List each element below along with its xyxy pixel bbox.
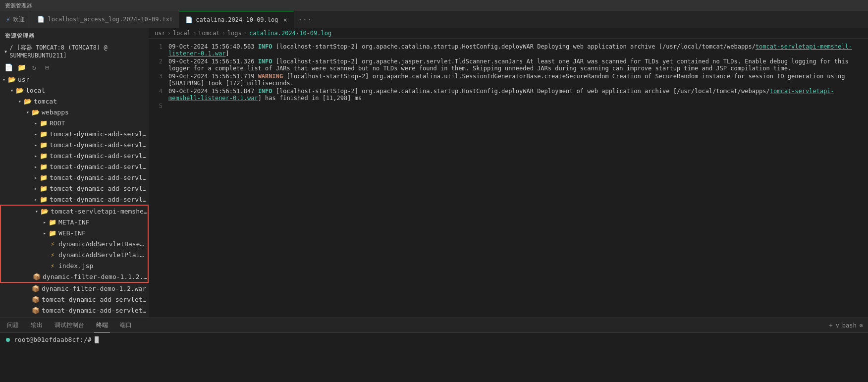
- tree-label-d5: tomcat-dynamic-add-servlet-1.0.3: [50, 174, 149, 181]
- breadcrumb-item-file[interactable]: catalina.2024-10-09.log: [249, 30, 331, 37]
- tree-label-ROOT: ROOT: [50, 119, 65, 127]
- log-text: WARNING: [258, 73, 283, 80]
- log-line-1: 109-Oct-2024 15:56:40.563 INFO [localhos…: [149, 43, 868, 57]
- line-number: 1: [149, 43, 168, 57]
- panel-tab-ports[interactable]: 端口: [118, 318, 134, 332]
- panel-tab-output[interactable]: 输出: [29, 318, 45, 332]
- tree-icon-jsp: ⚡: [49, 240, 56, 248]
- tree-chevron: ▾: [16, 97, 24, 105]
- tab-overflow[interactable]: ···: [294, 11, 316, 28]
- tab-bar: ⚡ 欢迎 📄 localhost_access_log.2024-10-09.t…: [0, 11, 868, 28]
- tree-item-webinf[interactable]: ▸📁WEB-INF: [1, 227, 148, 238]
- tree-item-webapps[interactable]: ▾📂webapps: [0, 107, 149, 117]
- add-terminal-btn[interactable]: +: [829, 322, 832, 329]
- tree-icon-war: 📦: [33, 273, 41, 280]
- line-number: 4: [149, 88, 168, 102]
- log-line-3: 309-Oct-2024 15:56:51.719 WARNING [local…: [149, 72, 868, 87]
- log-text: INFO: [258, 88, 272, 95]
- tree-label-usr: usr: [18, 76, 29, 83]
- tree-item-usr[interactable]: ▾📂usr: [0, 74, 149, 85]
- tree-label-webapps: webapps: [42, 109, 69, 116]
- tree-chevron: ▾: [33, 207, 41, 215]
- tree-item-local[interactable]: ▾📂local: [0, 85, 149, 96]
- breadcrumb-sep: ›: [222, 30, 225, 37]
- breadcrumb-sep: ›: [244, 30, 247, 37]
- title-bar: 资源管理器: [0, 0, 868, 11]
- log-text: [localhost-startStop-2] org.apache.catal…: [272, 88, 770, 95]
- tree-item-war_d1[interactable]: 📦tomcat-dynamic-add-servlet-0.1.war: [0, 294, 149, 305]
- log-text: 09-Oct-2024 15:56:51.847: [168, 88, 258, 95]
- breadcrumb-item-tomcat[interactable]: tomcat: [198, 30, 219, 37]
- log-text: 09-Oct-2024 15:56:51.326: [168, 58, 258, 65]
- new-folder-btn[interactable]: 📁: [16, 62, 27, 73]
- tree-item-ROOT[interactable]: ▸📁ROOT: [0, 117, 149, 128]
- breadcrumb-item-usr[interactable]: usr: [155, 30, 165, 37]
- terminal-content[interactable]: root@b01efdaab8cf:/#: [0, 333, 868, 382]
- tree-item-tomcat[interactable]: ▾📂tomcat: [0, 96, 149, 107]
- tree-chevron: [41, 251, 49, 259]
- tree-item-war_d2[interactable]: 📦tomcat-dynamic-add-servlet-1.0.1.war: [0, 305, 149, 316]
- tree-item-war_d3[interactable]: 📦tomcat-dynamic-add-servlet-1.0.2.war: [0, 316, 149, 318]
- refresh-btn[interactable]: ↻: [29, 62, 40, 73]
- tree-chevron: ▸: [41, 229, 49, 237]
- panel-tab-debug[interactable]: 调试控制台: [53, 318, 86, 332]
- tree-item-jsp2[interactable]: ⚡dynamicAddServletPlainClass.jsp: [1, 249, 148, 260]
- tree-icon-folder: 📁: [40, 184, 48, 192]
- log-text: 09-Oct-2024 15:56:51.719: [168, 73, 258, 80]
- tree-item-d7[interactable]: ▸📁tomcat-dynamic-add-servlet-1.1: [0, 194, 149, 205]
- line-content-3: 09-Oct-2024 15:56:51.719 WARNING [localh…: [168, 73, 868, 87]
- tree-icon-jsp: ⚡: [49, 251, 56, 259]
- collapse-btn[interactable]: ⊟: [42, 62, 53, 73]
- sidebar-header: 资源管理器: [0, 28, 149, 42]
- tree-item-war_filter2[interactable]: 📦dynamic-filter-demo-1.2.war: [0, 283, 149, 294]
- breadcrumb-item-local[interactable]: local: [173, 30, 191, 37]
- tree-item-jsp3[interactable]: ⚡index.jsp: [1, 260, 148, 271]
- tab-welcome-label: 欢迎: [13, 15, 25, 24]
- tree-item-d2[interactable]: ▸📁tomcat-dynamic-add-servlet-1.0: [0, 139, 149, 150]
- tree-item-metainf[interactable]: ▸📁META-INF: [1, 217, 148, 227]
- breadcrumb-sep: ›: [167, 30, 171, 37]
- panel-tab-terminal[interactable]: 终端: [94, 318, 110, 332]
- bottom-panel: 问题 输出 调试控制台 终端 端口 + ∨ bash ⊗ root@b01efd…: [0, 318, 868, 382]
- tree-icon-jsp: ⚡: [49, 262, 56, 270]
- tree-label-webinf: WEB-INF: [58, 229, 86, 237]
- new-file-btn[interactable]: 📄: [3, 62, 14, 73]
- tree-item-d6[interactable]: ▸📁tomcat-dynamic-add-servlet-1.0.4: [0, 183, 149, 194]
- log-line-2: 209-Oct-2024 15:56:51.326 INFO [localhos…: [149, 57, 868, 72]
- tree-label-jsp1: dynamicAddServletBase64Class.jsp: [58, 240, 148, 248]
- close-panel-btn[interactable]: ⊗: [860, 322, 863, 329]
- tree-icon-folder: 📂: [41, 207, 49, 215]
- tab-close-catalina[interactable]: ×: [283, 16, 287, 24]
- connection-label: ▾ / [容器 TOMCAT:8 (TOMCAT8) @ SUMMERUBUNT…: [0, 42, 149, 61]
- terminal-dropdown[interactable]: ∨: [836, 322, 839, 329]
- chevron-down-icon: ▾: [4, 48, 7, 55]
- tree-item-d5[interactable]: ▸📁tomcat-dynamic-add-servlet-1.0.3: [0, 172, 149, 183]
- tree-item-d3[interactable]: ▸📁tomcat-dynamic-add-servlet-1.0.1: [0, 150, 149, 161]
- tree-icon-folder: 📂: [16, 86, 24, 94]
- tab-localhost[interactable]: 📄 localhost_access_log.2024-10-09.txt: [31, 11, 179, 28]
- tree-item-memshell[interactable]: ▾📂tomcat-servletapi-memshell-listener-0.…: [1, 206, 148, 217]
- breadcrumb-item-logs[interactable]: logs: [227, 30, 242, 37]
- tree-icon-war: 📦: [32, 306, 40, 314]
- tab-localhost-label: localhost_access_log.2024-10-09.txt: [48, 16, 173, 23]
- panel-tab-problems[interactable]: 问题: [5, 318, 21, 332]
- breadcrumb-sep: ›: [193, 30, 196, 37]
- tree-item-d1[interactable]: ▸📁tomcat-dynamic-add-servlet-0.1: [0, 128, 149, 139]
- tab-welcome[interactable]: ⚡ 欢迎: [0, 11, 31, 28]
- tree-icon-war: 📦: [32, 295, 40, 303]
- tree-label-local: local: [26, 87, 45, 94]
- line-content-4: 09-Oct-2024 15:56:51.847 INFO [localhost…: [168, 88, 868, 102]
- tree-label-d7: tomcat-dynamic-add-servlet-1.1: [50, 196, 149, 203]
- tree-icon-folder: 📁: [40, 163, 48, 170]
- editor-content[interactable]: 109-Oct-2024 15:56:40.563 INFO [localhos…: [149, 39, 868, 318]
- tree-item-jsp1[interactable]: ⚡dynamicAddServletBase64Class.jsp: [1, 238, 148, 249]
- tree-chevron: ▾: [8, 86, 16, 94]
- tree-label-d2: tomcat-dynamic-add-servlet-1.0: [50, 141, 149, 149]
- terminal-bash-label: bash: [842, 322, 857, 329]
- tree-item-war_filter1[interactable]: 📦dynamic-filter-demo-1.1.2.war: [1, 271, 148, 282]
- tree-label-d6: tomcat-dynamic-add-servlet-1.0.4: [50, 185, 149, 192]
- tree-item-d4[interactable]: ▸📁tomcat-dynamic-add-servlet-1.0.2: [0, 161, 149, 172]
- sidebar: 资源管理器 ▾ / [容器 TOMCAT:8 (TOMCAT8) @ SUMME…: [0, 28, 149, 318]
- tab-catalina[interactable]: 📄 catalina.2024-10-09.log ×: [179, 11, 294, 28]
- tree-chevron: [24, 284, 32, 292]
